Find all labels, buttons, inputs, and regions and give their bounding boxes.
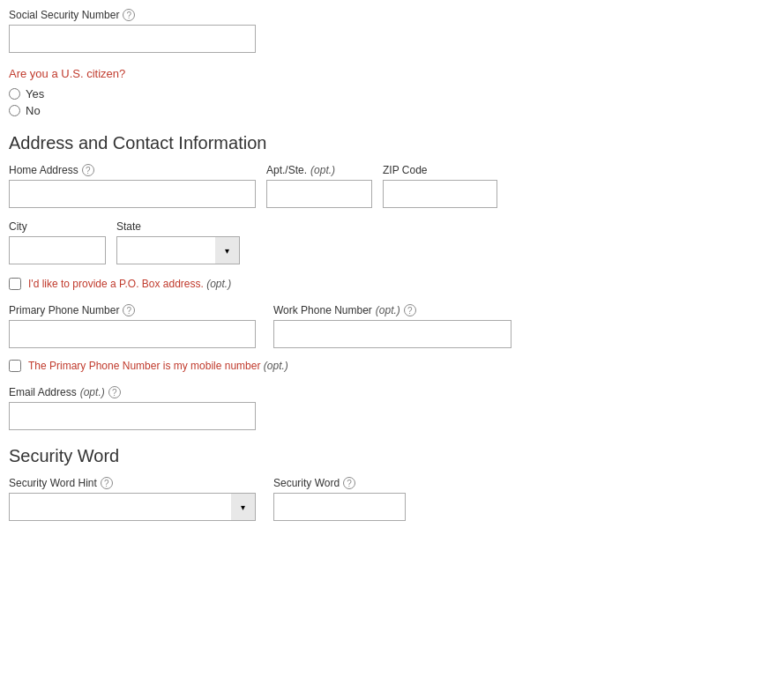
ssn-label: Social Security Number ?	[9, 9, 775, 21]
security-row: Security Word Hint ? ▾ Security Word ?	[9, 477, 775, 521]
po-box-checkbox[interactable]	[9, 278, 21, 290]
home-address-input[interactable]	[9, 180, 256, 208]
citizen-no-radio[interactable]	[9, 105, 20, 116]
security-word-title: Security Word	[9, 446, 775, 466]
email-label: Email Address (opt.) ?	[9, 386, 775, 398]
city-label: City	[9, 220, 106, 233]
apt-opt-label: (opt.)	[310, 164, 335, 176]
apt-group: Apt./Ste. (opt.)	[266, 164, 372, 208]
home-address-help-icon[interactable]: ?	[82, 164, 94, 176]
security-hint-label-text: Security Word Hint	[9, 477, 97, 489]
email-label-text: Email Address	[9, 386, 77, 398]
state-select-wrapper: ▾	[116, 236, 240, 264]
po-box-row: I'd like to provide a P.O. Box address. …	[9, 277, 775, 290]
zip-input[interactable]	[383, 180, 497, 208]
security-word-label-text: Security Word	[273, 477, 340, 489]
home-address-label-text: Home Address	[9, 164, 78, 176]
city-group: City	[9, 220, 106, 264]
work-phone-group: Work Phone Number (opt.) ?	[273, 304, 511, 348]
state-group: State ▾	[116, 220, 240, 264]
apt-input[interactable]	[266, 180, 372, 208]
ssn-help-icon[interactable]: ?	[123, 9, 135, 21]
city-state-row: City State ▾	[9, 220, 775, 264]
apt-label: Apt./Ste. (opt.)	[266, 164, 372, 176]
state-label: State	[116, 220, 240, 233]
state-dropdown-button[interactable]: ▾	[215, 236, 240, 264]
address-section-title: Address and Contact Information	[9, 133, 775, 153]
primary-phone-label-text: Primary Phone Number	[9, 304, 119, 316]
ssn-label-text: Social Security Number	[9, 9, 119, 21]
po-box-label-text: I'd like to provide a P.O. Box address. …	[28, 278, 231, 290]
security-hint-group: Security Word Hint ? ▾	[9, 477, 256, 521]
phone-row: Primary Phone Number ? Work Phone Number…	[9, 304, 775, 348]
work-phone-label: Work Phone Number (opt.) ?	[273, 304, 511, 316]
citizen-section: Are you a U.S. citizen? Yes No	[9, 67, 775, 117]
home-address-label: Home Address ?	[9, 164, 256, 176]
work-phone-label-text: Work Phone Number	[273, 304, 372, 316]
mobile-check-row: The Primary Phone Number is my mobile nu…	[9, 359, 775, 372]
primary-phone-group: Primary Phone Number ?	[9, 304, 256, 348]
zip-label: ZIP Code	[383, 164, 497, 176]
security-word-label: Security Word ?	[273, 477, 406, 489]
citizen-yes-label: Yes	[26, 87, 44, 100]
work-phone-input[interactable]	[273, 320, 511, 348]
ssn-input[interactable]	[9, 25, 256, 53]
security-word-help-icon[interactable]: ?	[343, 477, 355, 489]
mobile-check-label: The Primary Phone Number is my mobile nu…	[28, 359, 288, 372]
citizen-no-group: No	[9, 104, 775, 117]
security-hint-wrapper: ▾	[9, 493, 256, 521]
city-input[interactable]	[9, 236, 106, 264]
citizen-yes-group: Yes	[9, 87, 775, 100]
primary-phone-input[interactable]	[9, 320, 256, 348]
security-hint-help-icon[interactable]: ?	[101, 477, 113, 489]
address-grid: Home Address ? Apt./Ste. (opt.) ZIP Code	[9, 164, 775, 208]
email-input[interactable]	[9, 402, 256, 430]
security-hint-input[interactable]	[9, 493, 256, 521]
apt-label-text: Apt./Ste.	[266, 164, 307, 176]
citizen-question: Are you a U.S. citizen?	[9, 67, 775, 80]
mobile-check-checkbox[interactable]	[9, 360, 21, 372]
work-phone-opt-label: (opt.)	[376, 304, 400, 316]
ssn-section: Social Security Number ?	[9, 9, 775, 53]
security-hint-label: Security Word Hint ?	[9, 477, 256, 489]
citizen-yes-radio[interactable]	[9, 88, 20, 100]
security-word-group: Security Word ?	[273, 477, 406, 521]
security-hint-dropdown-button[interactable]: ▾	[231, 493, 256, 521]
email-section: Email Address (opt.) ?	[9, 386, 775, 430]
security-word-input[interactable]	[273, 493, 406, 521]
primary-phone-label: Primary Phone Number ?	[9, 304, 256, 316]
zip-group: ZIP Code	[383, 164, 497, 208]
po-box-label: I'd like to provide a P.O. Box address. …	[28, 277, 231, 290]
email-help-icon[interactable]: ?	[108, 386, 121, 398]
email-opt-label: (opt.)	[80, 386, 105, 398]
security-word-section: Security Word Security Word Hint ? ▾ Sec…	[9, 446, 775, 521]
citizen-no-label: No	[26, 104, 41, 117]
primary-phone-help-icon[interactable]: ?	[123, 304, 135, 316]
mobile-label-text: The Primary Phone Number is my mobile nu…	[28, 360, 288, 372]
work-phone-help-icon[interactable]: ?	[404, 304, 416, 316]
home-address-group: Home Address ?	[9, 164, 256, 208]
